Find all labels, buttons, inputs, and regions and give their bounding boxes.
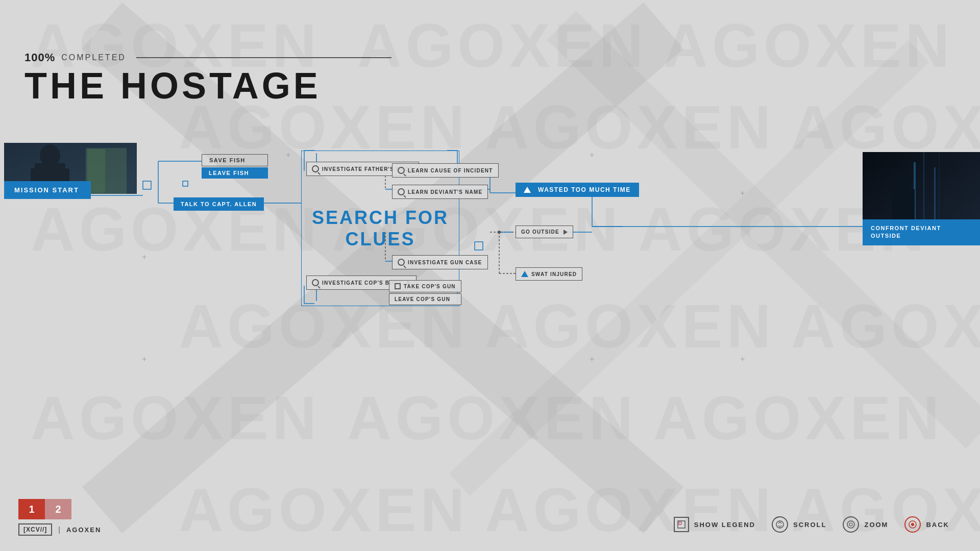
back-control[interactable]: BACK <box>904 516 949 533</box>
game-id: [XCV//] | AGOXEN <box>18 523 101 536</box>
scroll-icon <box>775 520 785 529</box>
header: 100% COMPLETED THE HOSTAGE <box>24 51 391 104</box>
zoom-control[interactable]: ZOOM <box>843 516 888 533</box>
go-outside-node: GO OUTSIDE <box>516 226 573 238</box>
search-icon-fathers <box>312 165 319 172</box>
crosshair-6: + <box>740 189 745 198</box>
crosshair-1: + <box>142 253 146 262</box>
svg-rect-24 <box>183 181 188 186</box>
crosshair-3: + <box>590 151 594 160</box>
svg-rect-68 <box>679 522 681 524</box>
bottom-left: 1 2 [XCV//] | AGOXEN <box>18 499 101 536</box>
search-icon-gun <box>398 259 405 266</box>
search-icon-deviant <box>398 188 405 195</box>
swat-injured-node: SWAT INJURED <box>516 267 582 281</box>
game-id-box: [XCV//] <box>18 523 52 536</box>
chapter-tab-2[interactable]: 2 <box>45 499 71 519</box>
svg-rect-21 <box>143 181 151 189</box>
back-button[interactable] <box>904 516 921 533</box>
investigate-gun-case-node: INVESTIGATE GUN CASE <box>392 255 488 269</box>
main-content: 100% COMPLETED THE HOSTAGE <box>0 0 980 551</box>
svg-rect-65 <box>475 242 483 250</box>
search-icon-cause <box>398 167 405 174</box>
chapter-tabs: 1 2 <box>18 499 101 519</box>
copy-icon-take <box>395 283 401 289</box>
search-for-clues-text: SEARCH FOR CLUES <box>312 207 449 249</box>
leave-fish-node: LEAVE FISH <box>202 167 268 179</box>
separator: | <box>58 525 60 534</box>
completion-bar <box>136 57 391 58</box>
arrow-icon <box>564 230 568 235</box>
wasted-too-much-time-node: WASTED TOO MUCH TIME <box>516 183 639 197</box>
scroll-label: SCROLL <box>793 521 826 529</box>
svg-point-73 <box>911 523 914 526</box>
chapter-tab-1[interactable]: 1 <box>18 499 45 519</box>
mission-title: THE HOSTAGE <box>24 67 391 104</box>
talk-to-capt-allen-node: TALK TO CAPT. ALLEN <box>174 197 264 211</box>
back-icon <box>908 520 917 529</box>
back-label: BACK <box>926 521 949 529</box>
warning-icon-wasted <box>524 187 531 193</box>
game-name: AGOXEN <box>66 526 101 534</box>
scroll-button[interactable] <box>772 516 788 533</box>
zoom-button[interactable] <box>843 516 859 533</box>
completion-percent: 100% <box>24 51 55 64</box>
take-cops-gun-node: TAKE COP'S GUN <box>389 280 461 292</box>
learn-cause-node: LEARN CAUSE OF INCIDENT <box>392 163 499 178</box>
completion-label: COMPLETED <box>61 53 126 62</box>
completion-line: 100% COMPLETED <box>24 51 391 64</box>
learn-deviants-name-node: LEARN DEVIANT'S NAME <box>392 185 488 199</box>
show-legend-label: SHOW LEGEND <box>694 521 755 529</box>
confront-deviant-node: CONFRONT DEVIANT OUTSIDE <box>863 219 980 245</box>
leave-cops-gun-node: LEAVE COP'S GUN <box>389 293 461 305</box>
crosshair-2: + <box>142 355 146 364</box>
zoom-icon <box>846 520 855 529</box>
crosshair-5: + <box>286 151 290 160</box>
svg-point-62 <box>498 231 501 234</box>
show-legend-control[interactable]: SHOW LEGEND <box>674 517 755 532</box>
mission-start-node: MISSION START <box>4 181 91 199</box>
legend-icon <box>677 520 685 529</box>
bottom-controls: SHOW LEGEND SCROLL ZOOM <box>674 516 949 533</box>
svg-point-70 <box>847 521 854 528</box>
scroll-control[interactable]: SCROLL <box>772 516 826 533</box>
save-fish-node: SAVE FISH <box>202 154 268 166</box>
show-legend-button[interactable] <box>674 517 689 532</box>
svg-point-71 <box>849 523 852 526</box>
crosshair-7: + <box>740 355 745 364</box>
warning-icon-swat <box>521 271 528 277</box>
search-icon-cops <box>312 279 319 286</box>
zoom-label: ZOOM <box>864 521 888 529</box>
crosshair-4: + <box>590 355 594 364</box>
gun-nodes: TAKE COP'S GUN LEAVE COP'S GUN <box>389 280 461 305</box>
fish-nodes: SAVE FISH LEAVE FISH <box>202 154 268 179</box>
